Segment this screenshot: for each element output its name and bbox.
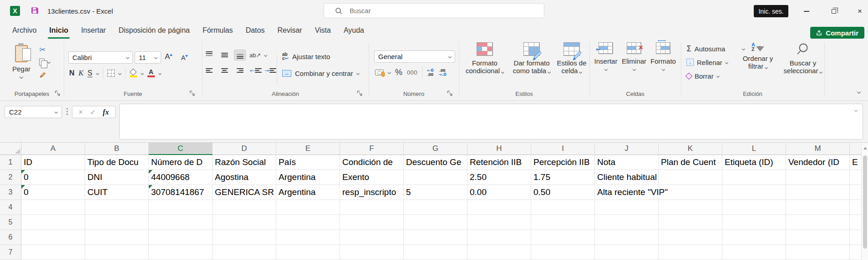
insert-cells-button[interactable]: ← Insertar [592, 42, 620, 70]
cell-D5[interactable] [213, 215, 276, 230]
cell-M1[interactable]: Vendedor (ID [786, 155, 850, 170]
percent-style-button[interactable]: % [395, 68, 402, 77]
restore-button[interactable] [827, 5, 841, 17]
column-header-D[interactable]: D [213, 143, 276, 155]
row-header-5[interactable]: 5 [0, 215, 21, 230]
cell-G7[interactable] [404, 245, 467, 260]
cell-G1[interactable]: Descuento Ge [404, 155, 467, 170]
close-button[interactable]: × [853, 5, 867, 17]
row-header-3[interactable]: 3 [0, 185, 21, 200]
cell-L4[interactable] [722, 200, 786, 215]
cell-M2[interactable] [786, 170, 850, 185]
underline-button[interactable]: S [87, 69, 92, 77]
italic-button[interactable]: K [79, 69, 84, 77]
save-icon[interactable] [30, 6, 39, 15]
cell-J2[interactable]: Cliente habitual [595, 170, 659, 185]
cell-D6[interactable] [213, 230, 276, 245]
collapse-ribbon-chevron[interactable] [857, 90, 861, 94]
cell-M3[interactable] [786, 185, 850, 200]
tab-archivo[interactable]: Archivo [6, 22, 43, 39]
cell-C1[interactable]: Número de D [149, 155, 213, 170]
row-header-1[interactable]: 1 [0, 155, 21, 170]
font-dialog-launcher[interactable] [189, 90, 195, 96]
align-top-button[interactable] [203, 50, 215, 60]
cell-C7[interactable] [149, 245, 213, 260]
minimize-button[interactable] [800, 5, 813, 17]
cell-C3[interactable]: 30708141867 [149, 185, 213, 200]
cell-F5[interactable] [340, 215, 404, 230]
cell-I7[interactable] [531, 245, 595, 260]
column-header-E[interactable]: E [276, 143, 340, 155]
alignment-dialog-launcher[interactable] [357, 90, 363, 96]
column-header-I[interactable]: I [531, 143, 595, 155]
cell-L6[interactable] [722, 230, 786, 245]
cell-D3[interactable]: GENERICA SR [213, 185, 276, 200]
cell-A3[interactable]: 0 [21, 185, 85, 200]
row-header-6[interactable]: 6 [0, 230, 21, 245]
cell-K4[interactable] [659, 200, 722, 215]
cell-M5[interactable] [786, 215, 850, 230]
cell-I4[interactable] [531, 200, 595, 215]
tab-inicio[interactable]: Inicio [43, 22, 75, 39]
cell-I2[interactable]: 1.75 [531, 170, 595, 185]
cell-A5[interactable] [21, 215, 85, 230]
cell-G6[interactable] [404, 230, 467, 245]
chevron-down-icon[interactable] [264, 53, 267, 56]
cell-I3[interactable]: 0.50 [531, 185, 595, 200]
cell-H5[interactable] [467, 215, 531, 230]
cell-E6[interactable] [276, 230, 340, 245]
font-name-combo[interactable]: Calibri [68, 51, 133, 64]
sign-in-button[interactable]: Inic. ses. [754, 5, 788, 17]
column-header-J[interactable]: J [595, 143, 659, 155]
cell-C6[interactable] [149, 230, 213, 245]
cell-F6[interactable] [340, 230, 404, 245]
name-box[interactable]: C22 [5, 106, 62, 118]
cell-I5[interactable] [531, 215, 595, 230]
cell-C2[interactable]: 44009668 [149, 170, 213, 185]
drag-handle-icon[interactable] [66, 111, 68, 112]
align-center-button[interactable] [218, 65, 230, 76]
cell-H4[interactable] [467, 200, 531, 215]
cell-E4[interactable] [276, 200, 340, 215]
cell-B3[interactable]: CUIT [85, 185, 149, 200]
column-header-M[interactable]: M [786, 143, 850, 155]
cell-H1[interactable]: Retención IIB [467, 155, 531, 170]
cell-H3[interactable]: 0.00 [467, 185, 531, 200]
cell-D7[interactable] [213, 245, 276, 260]
cell-F3[interactable]: resp_inscripto [340, 185, 404, 200]
scrollbar-thumb[interactable] [863, 155, 867, 249]
cell-C4[interactable] [149, 200, 213, 215]
cell-J6[interactable] [595, 230, 659, 245]
format-as-table-button[interactable]: Dar formato como tabla [509, 42, 554, 75]
cell-K6[interactable] [659, 230, 722, 245]
column-header-A[interactable]: A [21, 143, 85, 155]
cell-K5[interactable] [659, 215, 722, 230]
row-header-7[interactable]: 7 [0, 245, 21, 260]
increase-decimal-button[interactable]: .00→.0 [438, 68, 447, 76]
select-all-button[interactable] [0, 143, 21, 155]
column-header-B[interactable]: B [85, 143, 149, 155]
sort-filter-button[interactable]: AZ Ordenar y filtrar [735, 42, 781, 70]
font-color-button[interactable]: A [147, 69, 155, 77]
clipboard-dialog-launcher[interactable] [55, 90, 61, 96]
cell-E2[interactable]: Argentina [276, 170, 340, 185]
cell-L7[interactable] [722, 245, 786, 260]
tab-ayuda[interactable]: Ayuda [337, 22, 371, 39]
cell-G3[interactable]: 5 [404, 185, 467, 200]
cell-D1[interactable]: Razón Social [213, 155, 276, 170]
tab-vista[interactable]: Vista [309, 22, 337, 39]
column-header-G[interactable]: G [404, 143, 467, 155]
cell-A6[interactable] [21, 230, 85, 245]
tab-formulas[interactable]: Fórmulas [196, 22, 239, 39]
cell-B1[interactable]: Tipo de Docu [85, 155, 149, 170]
paste-button[interactable]: Pegar [6, 41, 36, 87]
cell-E7[interactable] [276, 245, 340, 260]
column-header-K[interactable]: K [659, 143, 722, 155]
formula-input[interactable] [119, 104, 863, 140]
chevron-down-icon[interactable] [96, 71, 99, 75]
cell-G4[interactable] [404, 200, 467, 215]
column-header-C[interactable]: C [149, 143, 213, 155]
cell-G2[interactable] [404, 170, 467, 185]
cell-J3[interactable]: Alta reciente "VIP" [595, 185, 659, 200]
scroll-up-arrow[interactable] [863, 147, 867, 150]
